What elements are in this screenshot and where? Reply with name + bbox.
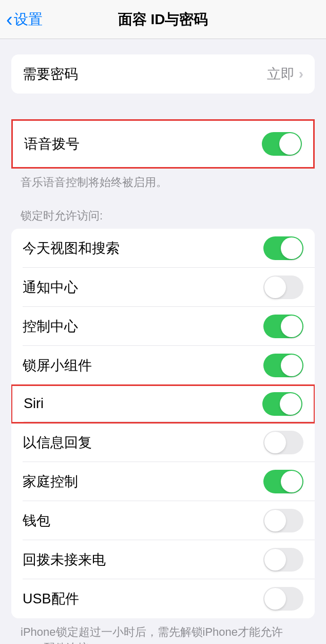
lock-access-item-label: 通知中心 [23, 278, 78, 297]
lock-access-row: 今天视图和搜索 [11, 229, 315, 268]
lock-access-item-label: USB配件 [23, 590, 79, 608]
lock-access-row: 以信息回复 [11, 423, 315, 462]
lock-access-toggle[interactable] [262, 392, 302, 416]
lock-access-footer: iPhone锁定超过一小时后，需先解锁iPhone才能允许USB配件连接。 [21, 624, 305, 644]
back-label: 设置 [14, 10, 43, 29]
lock-access-row: Siri [11, 384, 315, 424]
lock-access-item-label: 控制中心 [23, 317, 78, 336]
voice-dial-label: 语音拨号 [24, 135, 80, 153]
lock-access-toggle[interactable] [263, 275, 303, 299]
lock-access-row: USB配件 [11, 579, 315, 618]
lock-access-row: 钱包 [11, 501, 315, 540]
chevron-left-icon: ‹ [6, 10, 13, 29]
require-passcode-group: 需要密码 立即 › [11, 54, 315, 94]
lock-access-item-label: 今天视图和搜索 [23, 239, 120, 257]
voice-dial-group: 语音拨号 [11, 119, 315, 169]
lock-access-toggle[interactable] [263, 587, 303, 611]
lock-access-row: 家庭控制 [11, 462, 315, 501]
require-passcode-row[interactable]: 需要密码 立即 › [11, 54, 315, 94]
lock-access-header: 锁定时允许访问: [21, 208, 305, 224]
lock-access-toggle[interactable] [263, 354, 303, 377]
lock-access-row: 通知中心 [11, 268, 315, 307]
lock-access-item-label: Siri [24, 396, 44, 412]
chevron-right-icon: › [299, 66, 303, 82]
voice-dial-footer: 音乐语音控制将始终被启用。 [21, 175, 305, 191]
require-passcode-label: 需要密码 [23, 65, 78, 83]
lock-access-item-label: 钱包 [23, 511, 50, 530]
lock-access-item-label: 以信息回复 [23, 433, 92, 452]
lock-access-group: 今天视图和搜索通知中心控制中心锁屏小组件Siri以信息回复家庭控制钱包回拨未接来… [11, 229, 315, 618]
lock-access-toggle[interactable] [263, 315, 303, 338]
back-button[interactable]: ‹ 设置 [6, 10, 43, 29]
voice-dial-row: 语音拨号 [13, 121, 313, 167]
require-passcode-value: 立即 [267, 65, 295, 83]
page-title: 面容 ID与密码 [118, 10, 208, 29]
lock-access-row: 控制中心 [11, 307, 315, 346]
lock-access-toggle[interactable] [263, 470, 303, 493]
navigation-bar: ‹ 设置 面容 ID与密码 [0, 0, 326, 39]
lock-access-row: 回拨未接来电 [11, 540, 315, 579]
voice-dial-toggle[interactable] [262, 132, 302, 156]
lock-access-toggle[interactable] [263, 509, 303, 532]
lock-access-item-label: 回拨未接来电 [23, 550, 106, 569]
lock-access-toggle[interactable] [263, 548, 303, 572]
lock-access-item-label: 锁屏小组件 [23, 356, 92, 375]
lock-access-toggle[interactable] [263, 236, 303, 260]
lock-access-toggle[interactable] [263, 431, 303, 454]
lock-access-item-label: 家庭控制 [23, 472, 78, 491]
lock-access-row: 锁屏小组件 [11, 346, 315, 385]
